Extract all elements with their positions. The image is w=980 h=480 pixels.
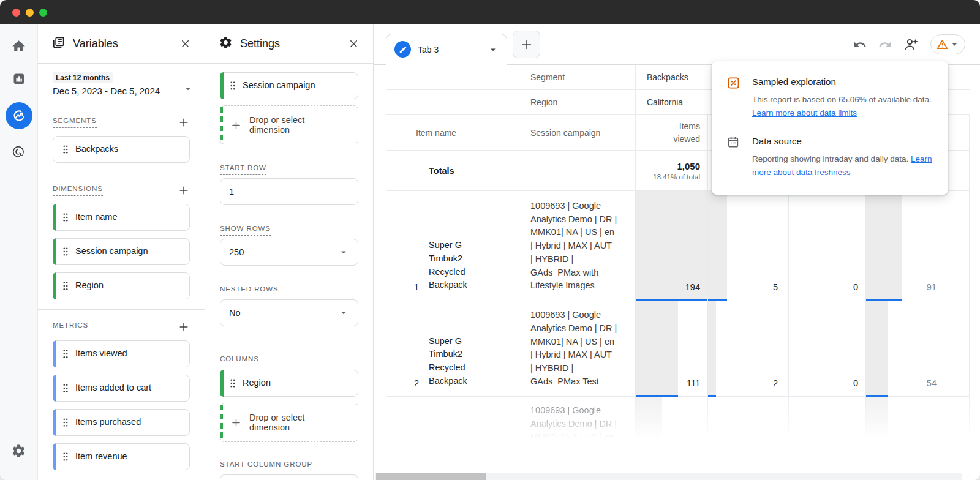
share-person-add-icon[interactable] — [903, 37, 919, 52]
add-metric-button[interactable] — [178, 321, 190, 333]
calendar-icon — [726, 135, 752, 179]
columns-chip-region[interactable]: Region — [220, 370, 358, 397]
date-range-text: Dec 5, 2023 - Dec 5, 2024 — [53, 86, 190, 96]
dimension-chip-region[interactable]: Region — [53, 272, 190, 299]
undo-icon[interactable] — [853, 38, 867, 51]
admin-gear-icon[interactable] — [11, 451, 27, 480]
table-row[interactable]: 2 Super G Timbuk2 Recycled Backpack 1009… — [386, 301, 970, 397]
metric-chip-items-purchased[interactable]: Items purchased — [53, 409, 190, 436]
traffic-light-zoom[interactable] — [39, 9, 47, 17]
show-rows-select[interactable]: 250 — [220, 239, 358, 266]
dimension-accent — [53, 204, 56, 231]
home-icon[interactable] — [11, 38, 27, 54]
table-row-faded[interactable]: 1009693 | Google Analytics Demo | DR | M… — [386, 397, 970, 438]
chevron-down-icon — [949, 39, 960, 50]
drag-handle-icon — [230, 378, 236, 388]
tab-label: Tab 3 — [418, 45, 481, 54]
drag-handle-icon — [230, 81, 236, 91]
date-range-selector[interactable]: Last 12 months Dec 5, 2023 - Dec 5, 2024 — [38, 64, 205, 105]
dimensions-label: DIMENSIONS — [53, 185, 103, 196]
metric-accent — [53, 340, 56, 367]
dimension-chip-label: Item name — [75, 211, 118, 223]
dimension-chip-label: Region — [75, 279, 104, 292]
drag-handle-icon — [62, 144, 69, 154]
dimensions-section: DIMENSIONS Item name Session campaign — [38, 173, 205, 310]
date-caret-icon — [183, 83, 194, 97]
drag-handle-icon — [62, 281, 69, 291]
add-dimension-button[interactable] — [178, 184, 190, 197]
add-tab-button[interactable] — [513, 31, 540, 58]
start-row-input[interactable]: 1 — [220, 178, 358, 205]
dimension-chip-session-campaign[interactable]: Session campaign — [53, 238, 190, 265]
data-limits-link[interactable]: Learn more about data limits — [752, 108, 857, 118]
tab-3[interactable]: Tab 3 — [386, 34, 507, 65]
cell-item-revenue — [865, 397, 945, 438]
traffic-light-close[interactable] — [12, 9, 20, 17]
drag-handle-icon — [62, 212, 69, 222]
plus-icon — [520, 38, 533, 51]
cell-item-revenue: 54 — [865, 301, 945, 397]
reports-icon[interactable] — [11, 71, 27, 87]
chevron-down-icon — [338, 247, 349, 258]
table-row[interactable]: 1 Super G Timbuk2 Recycled Backpack 1009… — [386, 191, 970, 301]
start-column-group-input[interactable]: 1 — [220, 474, 358, 480]
variables-close-icon[interactable] — [179, 38, 191, 50]
columns-dropzone[interactable]: Drop or select dimension — [220, 403, 358, 442]
metric-chip-items-viewed[interactable]: Items viewed — [53, 340, 190, 367]
titlebar — [0, 0, 980, 24]
metrics-label: METRICS — [53, 321, 88, 332]
cell-items-purchased: 0 — [788, 301, 865, 397]
horizontal-scrollbar[interactable] — [375, 473, 962, 480]
cell-items-purchased: 0 — [788, 191, 865, 301]
sampling-status-button[interactable] — [930, 34, 965, 54]
dropzone-accent — [220, 107, 223, 143]
metric-chip-item-revenue[interactable]: Item revenue — [53, 443, 190, 470]
row-index: 1 — [386, 191, 420, 301]
advertising-icon[interactable] — [11, 144, 27, 160]
cell-session-campaign: 1009693 | Google Analytics Demo | DR | M… — [506, 191, 635, 301]
settings-divider — [205, 340, 373, 340]
cell-bar — [636, 397, 662, 438]
nav-rail — [0, 24, 38, 480]
cell-bar — [636, 301, 678, 397]
traffic-light-minimize[interactable] — [26, 9, 34, 17]
nested-rows-label: NESTED ROWS — [220, 285, 279, 296]
cell-session-campaign: 1009693 | Google Analytics Demo | DR | M… — [506, 301, 635, 397]
rows-dropzone[interactable]: Drop or select dimension — [220, 105, 358, 144]
dimension-accent — [53, 238, 56, 265]
rows-chip-label: Session campaign — [243, 79, 315, 92]
sampled-percent-icon — [726, 76, 752, 119]
drag-handle-icon — [62, 247, 69, 257]
cell-items-viewed: 194 — [635, 191, 707, 301]
redo-icon[interactable] — [878, 38, 892, 51]
totals-items-viewed: 1,050 18.41% of total — [635, 151, 707, 190]
sampled-exploration-body: This report is based on 65.06% of availa… — [752, 95, 932, 104]
metric-chip-label: Item revenue — [75, 450, 127, 463]
segment-label: Segment — [386, 65, 635, 89]
cell-items-added-to-cart: 2 — [707, 301, 788, 397]
segment-chip-label: Backpacks — [75, 143, 118, 156]
column-header-items-viewed[interactable]: Items viewed — [635, 115, 707, 150]
nested-rows-select[interactable]: No — [220, 299, 358, 326]
drag-handle-icon — [62, 383, 69, 393]
dimension-chip-item-name[interactable]: Item name — [53, 204, 190, 231]
metric-chip-label: Items purchased — [75, 416, 141, 429]
metric-chip-items-added-to-cart[interactable]: Items added to cart — [53, 375, 190, 402]
column-header-session-campaign[interactable]: Session campaign — [506, 115, 635, 150]
metric-accent — [53, 443, 56, 470]
dropzone-label: Drop or select dimension — [249, 413, 323, 432]
settings-close-icon[interactable] — [348, 38, 360, 50]
sampling-popup: Sampled exploration This report is based… — [712, 61, 948, 195]
add-segment-button[interactable] — [178, 116, 190, 129]
variables-title: Variables — [73, 37, 172, 50]
cell-items-viewed: 111 — [635, 301, 707, 397]
explore-icon[interactable] — [6, 102, 32, 129]
scrollbar-thumb[interactable] — [376, 473, 486, 480]
data-source-section: Data source Reporting showing intraday a… — [726, 135, 932, 179]
plus-icon — [230, 119, 242, 131]
sampled-exploration-title: Sampled exploration — [752, 76, 932, 87]
rows-chip-session-campaign[interactable]: Session campaign — [220, 72, 358, 99]
segment-chip-backpacks[interactable]: Backpacks — [53, 136, 190, 163]
column-header-item-name[interactable]: Item name — [386, 115, 506, 150]
totals-label: Totals — [386, 151, 506, 190]
